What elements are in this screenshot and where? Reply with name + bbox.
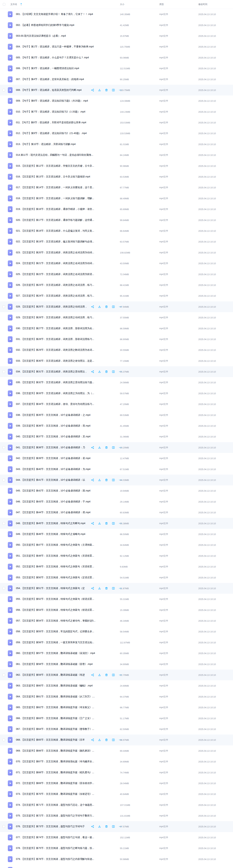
file-name[interactable]: 008. 【句子】第5节：语法精讲，短语及其类型的巧判断.mp4 — [16, 89, 81, 92]
rename-icon[interactable] — [112, 305, 115, 308]
file-name[interactable]: 065. 【文言提升】第62节：文言文阅读，翻译训练提升篇《奇女救父》... — [16, 706, 94, 709]
file-name[interactable]: 020. 【文言提升】第17节：文言语法精讲，通假字练习题讲解，这些通... — [16, 219, 94, 222]
download-icon[interactable] — [98, 370, 101, 373]
file-name[interactable]: 004. 【句子】第1节：语法精讲，语法只是一种规律，不要奉为铁律.mp4 — [16, 45, 94, 48]
delete-icon[interactable] — [105, 370, 108, 373]
file-row[interactable]: 028. 【文言提升】第25节：文言语法精讲，词类活用之动词活用， 47.94M… — [0, 301, 233, 312]
file-row[interactable]: 003.00.现代文语法知识课程提示（必看）.mp4 15.97MB mp4文件… — [0, 31, 233, 41]
file-row[interactable]: 078. 【文言提升】第75节：文言文阅读，题型与技巧之断句练习题，技... 5… — [0, 843, 233, 854]
select-all-checkbox[interactable] — [3, 3, 5, 6]
file-row[interactable]: 053. 【文言提升】第50节：文言文阅读，特殊句式之倒装句（定语后置... 5… — [0, 572, 233, 583]
file-name[interactable]: 052. 【文言提升】第49节：文言文阅读，特殊句式之倒装句（宾语前置... — [16, 565, 94, 568]
file-name[interactable]: 015. 【文言提升】第12节：文言语法精讲，学懂文言文的关键，古今异... — [16, 164, 94, 167]
file-name[interactable]: 010. 【句子】第7节：语法精讲，语法知识练习2（1-20题）.mp4 — [16, 110, 86, 113]
download-icon[interactable] — [98, 446, 101, 449]
file-name[interactable]: 013. 【句子】第10节：语法精讲，关联词练习讲解.mp4 — [16, 143, 76, 146]
file-row[interactable]: 038. 【文言提升】第35节：文言文阅读，10个必备虚词精讲：之.mp4 69… — [0, 409, 233, 420]
file-row[interactable]: 060. 【文言提升】第57节：文言文阅读，翻译训练基础篇《哀溺文》.mp4 6… — [0, 648, 233, 659]
file-row[interactable]: 076. 【文言提升】第73节：文言文阅读，题型与技巧之字词句子 67.57MB… — [0, 821, 233, 832]
file-row[interactable]: 002. 【必看】梓墨老师给同学们的第5季学习规划.mp4 41.42MB mp… — [0, 20, 233, 30]
file-row[interactable]: 040. 【文言提升】第37节：文言文阅读，10个必备虚词精讲：其.mp4 31… — [0, 431, 233, 442]
row-checkbox[interactable] — [2, 446, 5, 449]
delete-icon[interactable] — [105, 522, 108, 525]
row-checkbox[interactable] — [2, 522, 5, 525]
file-name[interactable]: 060. 【文言提升】第57节：文言文阅读，翻译训练基础篇《哀溺文》.mp4 — [16, 652, 95, 655]
file-name[interactable]: 012. 【句子】第9节：语法精讲，语法知识练习2（21-40题）.mp4 — [16, 132, 87, 135]
file-row[interactable]: 069. 【文言提升】第66节：文言文阅读，翻译训练提升篇《颜氏家训》... 6… — [0, 745, 233, 756]
file-row[interactable]: 001. 【介绍课】文言文阅读提升课介绍！ 筹备了很久，它来了！！.mp4 14… — [0, 9, 233, 20]
file-row[interactable]: 051. 【文言提升】第48节：文言文阅读，特殊句式之倒装句（宾语前置... 6… — [0, 551, 233, 561]
download-icon[interactable] — [98, 674, 101, 677]
file-name[interactable]: 057. 【文言提升】第54节：文言文阅读，特殊句式之被动句，掌握好这5... — [16, 619, 95, 622]
file-name[interactable]: 005. 【句子】第2节：语法精讲，什么是句子？主谓宾是什么？.mp4 — [16, 56, 89, 59]
delete-icon[interactable] — [105, 739, 108, 741]
download-icon[interactable] — [98, 478, 101, 482]
file-name[interactable]: 034. 【文言提升】第31节：文言语法精讲，词类活用之意动用法， — [16, 370, 87, 373]
file-row[interactable]: 033. 【文言提升】第30节：文言语法精讲，词类活用之使动用法，这是... 7… — [0, 355, 233, 366]
file-name[interactable]: 070. 【文言提升】第67节：文言文阅读，翻译训练强化篇《奇鸟贼求全... — [16, 760, 94, 763]
download-icon[interactable] — [98, 305, 101, 308]
file-name[interactable]: 077. 【文言提升】第74节：文言文阅读，题型与技巧之句读，看这一篇... — [16, 836, 94, 839]
file-name[interactable]: 074. 【文言提升】第71节：文言文阅读，题型与技巧总论，这个做题思... — [16, 803, 94, 807]
file-name[interactable]: 071. 【文言提升】第68节：文言文阅读，翻译训练提升篇《程氏爱鸟》... — [16, 771, 94, 774]
file-name[interactable]: 046. 【文言提升】第43节：文言文阅读，10个必备虚词精讲：于.mp4 — [16, 500, 90, 503]
column-header-modified[interactable]: 修改时间 — [198, 3, 207, 6]
file-row[interactable]: 014.第11节：现代文语法总结，四幅图与一句话，是你必须印刻在脑海... 84… — [0, 150, 233, 160]
file-name[interactable]: 007. 【句子】第4节：语法精讲，定状补及其标志：的地得.mp4 — [16, 78, 84, 81]
file-row[interactable]: 065. 【文言提升】第62节：文言文阅读，翻译训练提升篇《奇女救父》... 6… — [0, 702, 233, 713]
file-row[interactable]: 022. 【文言提升】第19节：文言语法精讲，偏义复词练习题讲解与必须... 6… — [0, 236, 233, 247]
rename-icon[interactable] — [112, 825, 115, 828]
file-row[interactable]: 046. 【文言提升】第43节：文言文阅读，10个必备虚词精讲：于.mp4 29… — [0, 496, 233, 507]
file-row[interactable]: 074. 【文言提升】第71节：文言文阅读，题型与技巧总论，这个做题思... 1… — [0, 800, 233, 810]
file-name[interactable]: 006. 【句子】第3节：语法精讲，一幅图理清语法知识.mp4 — [16, 67, 79, 70]
file-row[interactable]: 013. 【句子】第10节：语法精讲，关联词练习讲解.mp4 81.01MB m… — [0, 139, 233, 150]
share-icon[interactable] — [91, 370, 94, 373]
file-row[interactable]: 030. 【文言提升】第27节：文言语法精讲，词类活用，形容词活用为名... 8… — [0, 323, 233, 334]
share-icon[interactable] — [91, 739, 94, 741]
file-row[interactable]: 016. 【文言提升】第13节：文言语法精讲，古今异义练习题细讲.mp4 83.… — [0, 172, 233, 182]
file-name[interactable]: 066. 【文言提升】第63节：文言文阅读，翻译训练提升篇《王广之女》... — [16, 717, 94, 720]
file-row[interactable]: 012. 【句子】第9节：语法精讲，语法知识练习2（21-40题）.mp4 13… — [0, 128, 233, 139]
file-name[interactable]: 027. 【文言提升】第24节：文言语法精讲，词类活用之名词活用，练习... — [16, 294, 94, 298]
file-name[interactable]: 009. 【句子】第6节：语法精讲，语法知识练习题1（共20题）.mp4 — [16, 99, 88, 102]
file-row[interactable]: 043. 【文言提升】第40节：文言文阅读，10个必备虚词精讲：为.mp4 67… — [0, 464, 233, 474]
share-icon[interactable] — [91, 587, 94, 590]
file-name[interactable]: 075. 【文言提升】第72节：文言文阅读，题型与技巧之字词句子翻译方... — [16, 814, 94, 817]
file-row[interactable]: 049. 【文言提升】第46节：文言文阅读，特殊句式之省略句.mp4 66.50… — [0, 529, 233, 539]
file-name[interactable]: 067. 【文言提升】第64节：文言文阅读，翻译训练提升篇《楚母教子》... — [16, 727, 94, 731]
rename-icon[interactable] — [112, 587, 115, 590]
download-icon[interactable] — [98, 825, 101, 828]
column-header-size[interactable]: 大小 — [120, 3, 124, 6]
row-checkbox[interactable] — [2, 674, 5, 676]
file-name[interactable]: 078. 【文言提升】第75节：文言文阅读，题型与技巧之断句练习题，技... — [16, 847, 94, 850]
file-name[interactable]: 022. 【文言提升】第19节：文言语法精讲，偏义复词练习题讲解与必须... — [16, 240, 94, 243]
file-row[interactable]: 062. 【文言提升】第59节：文言文阅读，翻译训练基础篇《有进 22.70MB… — [0, 670, 233, 680]
file-row[interactable]: 026. 【文言提升】第23节：文言语法精讲，词类活用之名词活用，练习... 6… — [0, 280, 233, 290]
row-checkbox[interactable] — [2, 305, 5, 308]
file-row[interactable]: 072. 【文言提升】第69节：文言文阅读，翻译训练提升篇《苏东坡劝学... 2… — [0, 778, 233, 789]
delete-icon[interactable] — [105, 674, 108, 677]
download-icon[interactable] — [98, 522, 101, 525]
sort-icon[interactable] — [21, 3, 22, 5]
file-name[interactable]: 003.00.现代文语法知识课程提示（必看）.mp4 — [16, 34, 66, 37]
download-icon[interactable] — [98, 739, 101, 741]
file-name[interactable]: 054. 【文言提升】第51节：文言文阅读，特殊句式之倒装句（定 — [16, 587, 85, 590]
delete-icon[interactable] — [105, 825, 108, 828]
column-header-filename[interactable]: 文件名 — [10, 3, 17, 6]
file-name[interactable]: 049. 【文言提升】第46节：文言文阅读，特殊句式之省略句.mp4 — [16, 533, 86, 536]
file-name[interactable]: 017. 【文言提升】第14节：文言语法精讲，一词多义你要知道，这个意... — [16, 186, 94, 189]
file-name[interactable]: 059. 【文言提升】第56节：文言文阅读，一篇文章简单复习文言语法知... — [16, 641, 94, 644]
file-name[interactable]: 041. 【文言提升】第38节：文言文阅读，10个必备虚词精讲：乃 — [16, 446, 85, 449]
file-name[interactable]: 011. 【句子】第8节：语法精讲，关联词不是你想的那么简单.mp4 — [16, 121, 86, 124]
file-row[interactable]: 027. 【文言提升】第24节：文言语法精讲，词类活用之名词活用，练习... 6… — [0, 290, 233, 301]
file-row[interactable]: 029. 【文言提升】第26节：文言语法精讲，词类活用之动词活用，练习... 3… — [0, 312, 233, 323]
share-icon[interactable] — [91, 305, 94, 308]
share-icon[interactable] — [91, 522, 94, 525]
file-name[interactable]: 068. 【文言提升】第65节：文言文阅读，翻译训练提升篇《乐羊 — [16, 738, 85, 741]
file-name[interactable]: 038. 【文言提升】第35节：文言文阅读，10个必备虚词精讲：之.mp4 — [16, 413, 90, 416]
share-icon[interactable] — [91, 89, 94, 92]
share-icon[interactable] — [91, 478, 94, 482]
file-row[interactable]: 025. 【文言提升】第22节：文言语法精讲，词类活用之名词活用为状语... 7… — [0, 269, 233, 279]
file-name[interactable]: 021. 【文言提升】第18节：文言语法精讲，什么是偏义复词，与同义复... — [16, 229, 94, 232]
file-row[interactable]: 018. 【文言提升】第15节：文言语法精讲，一词多义练习题讲解，理解... 8… — [0, 193, 233, 204]
